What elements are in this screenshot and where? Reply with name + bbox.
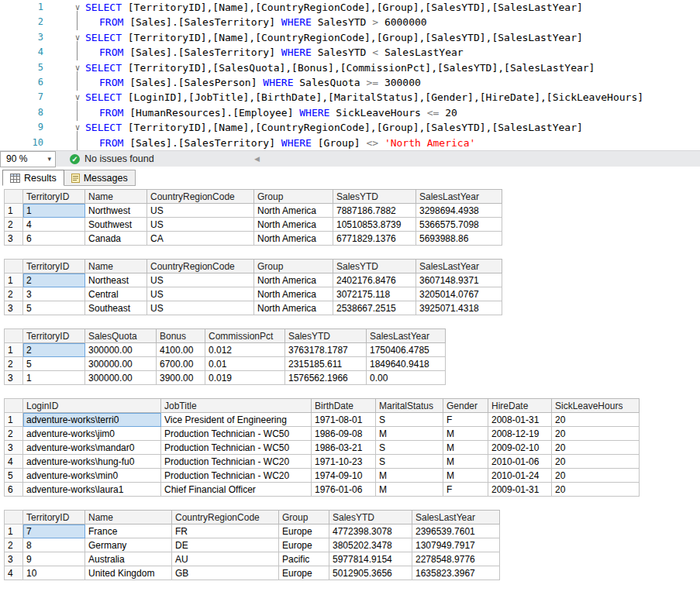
grid-cell[interactable]: US — [147, 273, 254, 287]
column-header[interactable]: BirthDate — [312, 399, 376, 413]
row-header[interactable]: 2 — [5, 218, 23, 232]
row-header[interactable]: 3 — [5, 371, 23, 385]
column-header[interactable]: MaritalStatus — [376, 399, 443, 413]
column-header[interactable]: Name — [85, 260, 147, 273]
grid-cell[interactable]: 300000.00 — [85, 343, 157, 357]
select-all-corner[interactable] — [5, 260, 23, 273]
grid-cell[interactable]: 20 — [552, 413, 640, 427]
grid-cell[interactable]: 10 — [23, 566, 85, 580]
column-header[interactable]: Gender — [443, 399, 488, 413]
grid-cell[interactable]: 10510853.8739 — [333, 218, 416, 232]
column-header[interactable]: CountryRegionCode — [147, 190, 254, 204]
code-line[interactable]: 10FROM [Sales].[SalesTerritory] WHERE [G… — [0, 136, 700, 150]
grid-cell[interactable]: 2315185.611 — [285, 357, 367, 371]
code-line[interactable]: 6FROM [Sales].[SalesPerson] WHERE SalesQ… — [0, 75, 700, 90]
select-all-corner[interactable] — [5, 399, 23, 413]
grid-cell[interactable]: M — [376, 427, 443, 441]
grid-cell[interactable]: 1849640.9418 — [367, 357, 446, 371]
grid-cell[interactable]: 5977814.9154 — [329, 552, 412, 566]
row-header[interactable]: 3 — [5, 301, 23, 315]
grid-cell[interactable]: 20 — [552, 455, 640, 469]
grid-cell[interactable]: Northeast — [85, 273, 147, 287]
grid-cell[interactable]: M — [443, 455, 488, 469]
column-header[interactable]: TerritoryID — [23, 190, 85, 204]
grid-cell[interactable]: Australia — [85, 552, 172, 566]
column-header[interactable]: SalesYTD — [285, 329, 367, 343]
grid-cell[interactable]: US — [147, 287, 254, 301]
grid-cell[interactable]: North America — [254, 287, 333, 301]
row-header[interactable]: 5 — [5, 469, 23, 483]
grid-cell[interactable]: US — [147, 218, 254, 232]
grid-cell[interactable]: Germany — [85, 538, 172, 552]
grid-cell[interactable]: 1971-08-01 — [312, 413, 376, 427]
grid-cell[interactable]: 2009-02-10 — [488, 441, 552, 455]
grid-cell[interactable]: 2010-01-24 — [488, 469, 552, 483]
grid-cell[interactable]: Southwest — [85, 218, 147, 232]
code-line[interactable]: 1∨SELECT [TerritoryID],[Name],[CountryRe… — [0, 0, 700, 15]
grid-cell[interactable]: North America — [254, 218, 333, 232]
grid-cell[interactable]: Production Technician - WC20 — [161, 455, 312, 469]
select-all-corner[interactable] — [5, 329, 23, 343]
column-header[interactable]: HireDate — [488, 399, 552, 413]
code-line[interactable]: 7∨SELECT [LoginID],[JobTitle],[BirthDate… — [0, 90, 700, 105]
column-header[interactable]: Name — [85, 511, 172, 524]
grid-cell[interactable]: M — [376, 483, 443, 497]
column-header[interactable]: SickLeaveHours — [552, 399, 640, 413]
grid-cell[interactable]: 2538667.2515 — [333, 301, 416, 315]
grid-cell[interactable]: Production Technician - WC50 — [161, 427, 312, 441]
grid-cell[interactable]: 3805202.3478 — [329, 538, 412, 552]
grid-cell[interactable]: 1750406.4785 — [367, 343, 446, 357]
column-header[interactable]: Group — [254, 190, 333, 204]
grid-cell[interactable]: 7887186.7882 — [333, 204, 416, 218]
grid-cell[interactable]: S — [376, 413, 443, 427]
grid-cell[interactable]: 5 — [23, 301, 85, 315]
grid-cell[interactable]: 0.019 — [205, 371, 285, 385]
row-header[interactable]: 6 — [5, 483, 23, 497]
grid-cell[interactable]: 4100.00 — [157, 343, 205, 357]
grid-cell[interactable]: 8 — [23, 538, 85, 552]
grid-cell[interactable]: 3607148.9371 — [416, 273, 502, 287]
grid-cell[interactable]: Southeast — [85, 301, 147, 315]
grid-cell[interactable]: 1635823.3967 — [412, 566, 500, 580]
fold-collapse-icon[interactable]: ∨ — [71, 60, 84, 75]
fold-collapse-icon[interactable]: ∨ — [71, 30, 84, 45]
grid-cell[interactable]: 3 — [23, 287, 85, 301]
column-header[interactable]: LoginID — [23, 399, 161, 413]
grid-cell[interactable]: Europe — [279, 566, 329, 580]
row-header[interactable]: 3 — [5, 441, 23, 455]
grid-cell[interactable]: 5 — [23, 357, 85, 371]
grid-cell[interactable]: 0.00 — [367, 371, 446, 385]
grid-cell[interactable]: France — [85, 524, 172, 538]
grid-cell[interactable]: 2278548.9776 — [412, 552, 500, 566]
row-header[interactable]: 2 — [5, 357, 23, 371]
grid-cell[interactable]: 1307949.7917 — [412, 538, 500, 552]
column-header[interactable]: SalesLastYear — [412, 511, 500, 524]
column-header[interactable]: SalesYTD — [333, 190, 416, 204]
fold-collapse-icon[interactable]: ∨ — [71, 0, 84, 15]
row-header[interactable]: 3 — [5, 232, 23, 246]
row-header[interactable]: 4 — [5, 566, 23, 580]
grid-cell[interactable]: FR — [172, 524, 279, 538]
grid-cell[interactable]: 1 — [23, 204, 85, 218]
grid-cell[interactable]: GB — [172, 566, 279, 580]
grid-cell[interactable]: 300000.00 — [85, 371, 157, 385]
grid-cell[interactable]: 5012905.3656 — [329, 566, 412, 580]
grid-cell[interactable]: 3072175.118 — [333, 287, 416, 301]
grid-cell[interactable]: 2008-01-31 — [488, 413, 552, 427]
column-header[interactable]: Name — [85, 190, 147, 204]
column-header[interactable]: TerritoryID — [23, 511, 85, 524]
column-header[interactable]: JobTitle — [161, 399, 312, 413]
grid-cell[interactable]: M — [443, 427, 488, 441]
grid-cell[interactable]: 3298694.4938 — [416, 204, 502, 218]
row-header[interactable]: 1 — [5, 524, 23, 538]
row-header[interactable]: 1 — [5, 413, 23, 427]
grid-cell[interactable]: 7 — [23, 524, 85, 538]
grid-cell[interactable]: 0.01 — [205, 357, 285, 371]
column-header[interactable]: TerritoryID — [23, 260, 85, 273]
grid-cell[interactable]: 2009-01-31 — [488, 483, 552, 497]
column-header[interactable]: SalesYTD — [333, 260, 416, 273]
grid-cell[interactable]: Northwest — [85, 204, 147, 218]
select-all-corner[interactable] — [5, 511, 23, 524]
grid-cell[interactable]: US — [147, 301, 254, 315]
grid-cell[interactable]: 6700.00 — [157, 357, 205, 371]
